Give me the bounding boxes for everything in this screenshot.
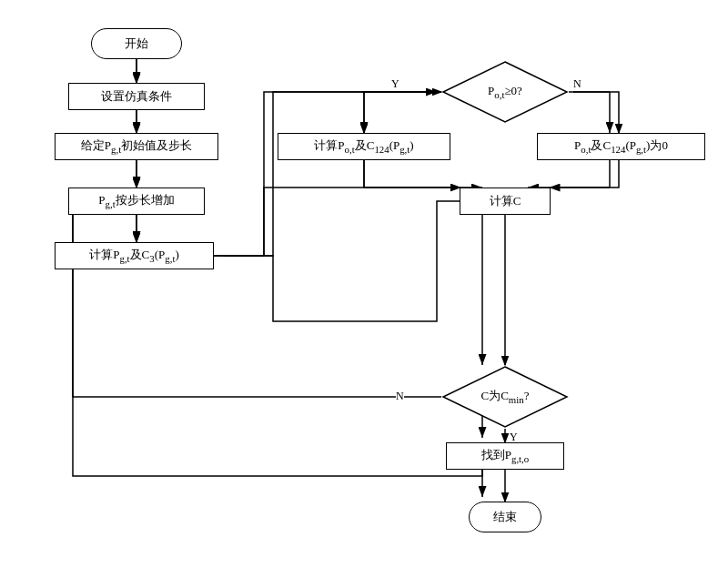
calc-c-label: 计算C — [490, 194, 521, 209]
init-p-label: 给定Pg,t初始值及步长 — [81, 138, 192, 156]
calc-p3-label: 计算Pg,t及C3(Pg,t) — [89, 248, 179, 265]
end-node: 结束 — [469, 502, 541, 532]
set-zero-node: Po,t及C124(Pg,t)为0 — [537, 133, 705, 160]
inc-p-node: Pg,t按步长增加 — [68, 188, 205, 215]
cond-p-node: Po,t≥0? — [441, 60, 569, 124]
cond-c-label: C为Cmin? — [481, 389, 530, 406]
calc-c-node: 计算C — [460, 188, 551, 215]
y-label-cond-p: Y — [391, 77, 399, 91]
n-label-cond-c: N — [396, 390, 404, 403]
cond-c-node: C为Cmin? — [441, 365, 569, 429]
calc-po-label: 计算Po,t及C124(Pg,t) — [314, 138, 413, 156]
find-p-label: 找到Pg,t,o — [481, 448, 530, 465]
start-label: 开始 — [125, 36, 148, 52]
set-sim-node: 设置仿真条件 — [68, 83, 205, 110]
n-label-cond-p: N — [573, 77, 581, 91]
end-label: 结束 — [493, 510, 517, 525]
cond-p-label: Po,t≥0? — [488, 84, 522, 101]
set-zero-label: Po,t及C124(Pg,t)为0 — [574, 138, 668, 156]
inc-p-label: Pg,t按步长增加 — [98, 193, 174, 210]
set-sim-label: 设置仿真条件 — [101, 89, 172, 105]
start-node: 开始 — [91, 28, 182, 59]
init-p-node: 给定Pg,t初始值及步长 — [55, 133, 218, 160]
find-p-node: 找到Pg,t,o — [446, 442, 564, 470]
calc-p3-node: 计算Pg,t及C3(Pg,t) — [55, 242, 214, 269]
calc-po-node: 计算Po,t及C124(Pg,t) — [278, 133, 450, 160]
flowchart-diagram: 开始 设置仿真条件 给定Pg,t初始值及步长 Pg,t按步长增加 计算Pg,t及… — [18, 12, 710, 576]
